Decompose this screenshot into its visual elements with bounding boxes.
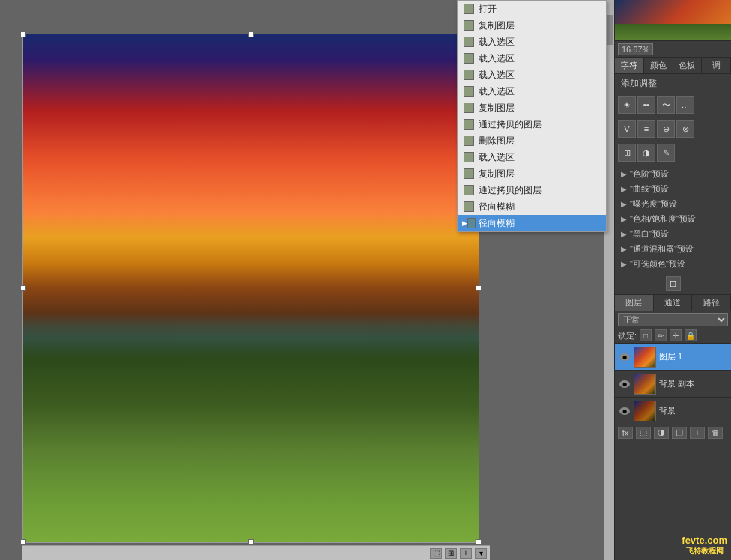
panel-tabs: 字符 颜色 色板 调 [615,58,731,74]
watermark-line2: 飞特教程网 [682,546,727,556]
preset-list: ▶ "色阶"预设 ▶ "曲线"预设 ▶ "曝光度"预设 ▶ "色相/饱和度"预设… [615,165,731,273]
menu-icon-9 [462,135,476,147]
preset-item-2[interactable]: ▶ "曲线"预设 [615,181,731,196]
bottom-icon-2[interactable]: ⊞ [445,548,457,559]
menu-item-13[interactable]: 径向模糊 [458,198,606,215]
handle-bottom-right[interactable] [476,539,482,545]
new-group-button[interactable]: ▢ [672,427,687,439]
menu-icon-3 [462,36,476,48]
adj-v-icon[interactable]: V [618,120,636,138]
canvas-bottom-bar: ⬚ ⊞ + ▾ [22,545,490,560]
canvas-image [23,34,479,542]
adj-brightness-icon[interactable]: ☀ [618,96,636,114]
menu-item-14[interactable]: ▶ 径向模糊 [458,215,606,231]
new-layer-button[interactable]: + [690,427,705,439]
right-panel: 16.67% 字符 颜色 色板 调 添加调整 ☀ ▪▪ 〜 … V ≡ ⊖ ⊗ … [614,0,731,560]
blend-mode-select[interactable]: 正常 正片叠底 滤色 [618,313,728,326]
layer-item-2[interactable]: ● 背景 副本 [615,370,731,397]
add-style-button[interactable]: fx [618,427,633,439]
add-adjustment-button[interactable]: ◑ [654,427,669,439]
menu-item-2[interactable]: 复制图层 [458,17,606,34]
lock-position-icon[interactable]: ✛ [670,329,682,341]
lock-pixels-icon[interactable]: ✏ [655,329,667,341]
menu-icon-5 [462,69,476,81]
bottom-icon-1[interactable]: ⬚ [430,548,442,559]
layer-item-3[interactable]: ● 背景 [615,397,731,424]
preset-item-7[interactable]: ▶ "可选颜色"预设 [615,256,731,271]
preset-arrow-3: ▶ [621,200,627,208]
layer-tab-paths[interactable]: 路径 [692,295,731,311]
adj-layer2-icon[interactable]: ⊞ [618,144,636,162]
adj-balance-icon[interactable]: ⊖ [657,120,675,138]
layer-eye-2[interactable]: ● [618,377,631,391]
layer-tab-layers[interactable]: 图层 [615,295,654,311]
menu-icon-12 [462,184,476,196]
layer-name-3: 背景 [659,405,728,416]
menu-item-7[interactable]: 复制图层 [458,100,606,116]
adj-more-icon[interactable]: … [676,96,694,114]
handle-bottom-center[interactable] [248,539,254,545]
menu-item-6[interactable]: 载入选区 [458,83,606,100]
bottom-icon-menu[interactable]: ▾ [475,548,487,559]
eye-icon-1: ● [619,353,630,361]
adj-paint-icon[interactable]: ✎ [657,144,675,162]
adj-levels-icon[interactable]: ▪▪ [637,96,655,114]
menu-item-12[interactable]: 通过拷贝的图层 [458,182,606,198]
menu-icon-14: ▶ [462,217,476,229]
handle-mid-left[interactable] [20,285,26,291]
adj-curves-icon[interactable]: 〜 [657,96,675,114]
preset-item-4[interactable]: ▶ "色相/饱和度"预设 [615,211,731,226]
preset-item-6[interactable]: ▶ "通道混和器"预设 [615,241,731,256]
menu-item-5[interactable]: 载入选区 [458,67,606,83]
adj-mask-icon[interactable]: ◑ [637,144,655,162]
layer-eye-3[interactable]: ● [618,404,631,418]
adjustment-icons-row3: ⊞ ◑ ✎ [615,141,731,165]
menu-icon-13 [462,201,476,213]
handle-mid-right[interactable] [476,285,482,291]
layer-thumb-2 [634,374,656,395]
lock-all-icon[interactable]: 🔒 [685,329,697,341]
layer-panel-tabs: 图层 通道 路径 [615,294,731,311]
preset-item-3[interactable]: ▶ "曝光度"预设 [615,196,731,211]
adj-end-icon[interactable]: ⊗ [676,120,694,138]
canvas-wrapper [22,34,479,543]
adjustment-icons-row1: ☀ ▪▪ 〜 … [615,93,731,117]
adj-layers-icon[interactable]: ≡ [637,120,655,138]
preset-arrow-1: ▶ [621,170,627,178]
preset-arrow-2: ▶ [621,185,627,193]
menu-item-9[interactable]: 删除图层 [458,133,606,149]
layer-tab-channels[interactable]: 通道 [654,295,693,311]
preset-item-1[interactable]: ▶ "色阶"预设 [615,166,731,181]
tab-character[interactable]: 字符 [615,58,644,73]
layer-item-1[interactable]: ● 图层 1 [615,343,731,370]
zoom-value: 16.67% [618,43,653,55]
adj-center-icon[interactable]: ⊞ [666,276,681,291]
layer-thumb-1 [634,347,656,368]
tab-color[interactable]: 颜色 [644,58,673,73]
menu-item-3[interactable]: 载入选区 [458,34,606,50]
menu-icon-7 [462,102,476,114]
menu-item-11[interactable]: 复制图层 [458,165,606,182]
menu-item-8[interactable]: 通过拷贝的图层 [458,116,606,133]
tab-adjustments[interactable]: 调 [702,58,731,73]
blend-mode-row: 正常 正片叠底 滤色 [615,311,731,328]
add-mask-button[interactable]: ⬚ [636,427,651,439]
preset-arrow-6: ▶ [621,245,627,253]
menu-icon-6 [462,85,476,97]
handle-top-center[interactable] [248,31,254,37]
delete-layer-button[interactable]: 🗑 [708,427,723,439]
handle-top-left[interactable] [20,31,26,37]
watermark: fevte.com 飞特教程网 [682,535,727,556]
menu-item-1[interactable]: 打开 [458,1,606,17]
handle-bottom-left[interactable] [20,539,26,545]
tab-swatches[interactable]: 色板 [673,58,703,73]
eye-icon-2: ● [619,380,630,388]
preset-arrow-7: ▶ [621,260,627,268]
menu-item-10[interactable]: 载入选区 [458,149,606,165]
bottom-icon-3[interactable]: + [460,548,472,559]
preset-item-5[interactable]: ▶ "黑白"预设 [615,226,731,241]
menu-item-4[interactable]: 载入选区 [458,50,606,67]
lock-transparency-icon[interactable]: □ [640,329,652,341]
preset-arrow-4: ▶ [621,215,627,223]
layer-eye-1[interactable]: ● [618,350,631,364]
